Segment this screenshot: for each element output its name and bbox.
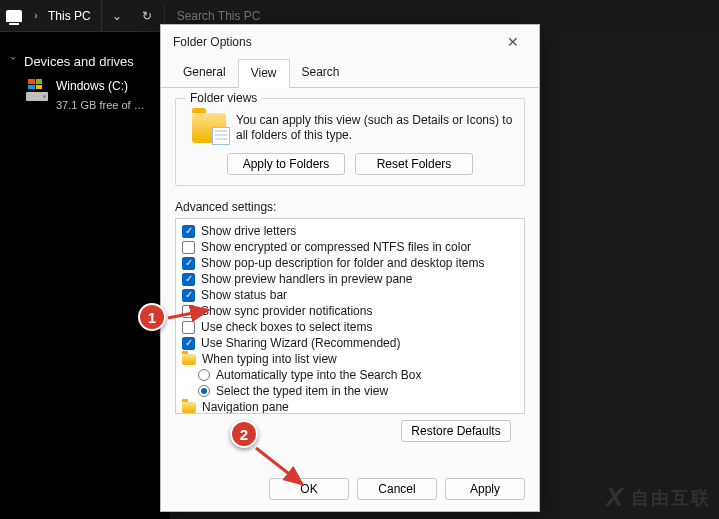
cb-ntfs-color[interactable] [182,241,195,254]
lbl-sync-notif: Show sync provider notifications [201,304,372,318]
folder-icon [182,402,196,413]
rb-typing-select[interactable] [198,385,210,397]
drive-icon [26,79,48,101]
folder-views-legend: Folder views [186,91,261,105]
navigation-pane: › Devices and drives Windows (C:) 37.1 G… [0,32,170,519]
lbl-status-bar: Show status bar [201,288,287,302]
rb-typing-auto[interactable] [198,369,210,381]
lbl-checkboxes: Use check boxes to select items [201,320,372,334]
lbl-typing-auto: Automatically type into the Search Box [216,368,421,382]
section-label: Devices and drives [24,54,134,69]
lbl-popup-desc: Show pop-up description for folder and d… [201,256,485,270]
tab-view-pane: Folder views You can apply this view (su… [161,88,539,466]
lbl-typing-select: Select the typed item in the view [216,384,388,398]
refresh-button[interactable]: ↻ [132,0,162,32]
folder-views-group: Folder views You can apply this view (su… [175,98,525,186]
cb-popup-desc[interactable] [182,257,195,270]
lbl-ntfs-color: Show encrypted or compressed NTFS files … [201,240,471,254]
advanced-settings-list[interactable]: Show drive letters Show encrypted or com… [175,218,525,414]
dialog-title: Folder Options [173,35,252,49]
pc-icon [6,10,22,22]
tree-section-header[interactable]: › Devices and drives [8,54,162,69]
annotation-arrow-2 [252,444,312,494]
apply-button[interactable]: Apply [445,478,525,500]
cb-checkboxes[interactable] [182,321,195,334]
cb-preview[interactable] [182,273,195,286]
drive-free-space: 37.1 GB free of … [56,99,145,111]
chevron-down-icon: › [8,57,19,67]
drive-name: Windows (C:) [56,79,145,93]
folder-options-dialog: Folder Options ✕ General View Search Fol… [160,24,540,512]
tab-search[interactable]: Search [290,59,352,87]
tab-general[interactable]: General [171,59,238,87]
svg-line-0 [168,310,208,318]
dialog-footer: OK Cancel Apply [161,467,539,511]
drive-item[interactable]: Windows (C:) 37.1 GB free of … [8,79,162,111]
apply-to-folders-button[interactable]: Apply to Folders [227,153,345,175]
lbl-preview: Show preview handlers in preview pane [201,272,412,286]
annotation-arrow-1 [166,304,214,322]
address-bar-right: ⌄ ↻ [102,0,162,32]
close-icon[interactable]: ✕ [499,34,527,50]
annotation-badge-2: 2 [230,420,258,448]
lbl-sharing-wizard: Use Sharing Wizard (Recommended) [201,336,400,350]
folder-views-icon [192,113,226,143]
lbl-drive-letters: Show drive letters [201,224,296,238]
folder-icon [182,354,196,365]
watermark: X 自由互联 [606,482,711,513]
watermark-text: 自由互联 [631,486,711,510]
lbl-nav-pane: Navigation pane [202,400,289,414]
breadcrumb[interactable]: › This PC [0,0,102,31]
reset-folders-button[interactable]: Reset Folders [355,153,473,175]
cb-drive-letters[interactable] [182,225,195,238]
separator [164,6,165,26]
folder-views-desc: You can apply this view (such as Details… [236,113,514,143]
breadcrumb-location[interactable]: This PC [44,9,95,23]
chevron-right-icon: › [28,10,44,21]
annotation-badge-1: 1 [138,303,166,331]
advanced-settings-label: Advanced settings: [175,200,525,214]
watermark-x-icon: X [606,482,625,513]
restore-defaults-button[interactable]: Restore Defaults [401,420,511,442]
dialog-titlebar[interactable]: Folder Options ✕ [161,25,539,59]
cancel-button[interactable]: Cancel [357,478,437,500]
tab-view[interactable]: View [238,59,290,88]
cb-sharing-wizard[interactable] [182,337,195,350]
cb-status-bar[interactable] [182,289,195,302]
history-dropdown-button[interactable]: ⌄ [102,0,132,32]
lbl-typing-group: When typing into list view [202,352,337,366]
dialog-tabs: General View Search [161,59,539,88]
svg-line-1 [256,448,302,484]
